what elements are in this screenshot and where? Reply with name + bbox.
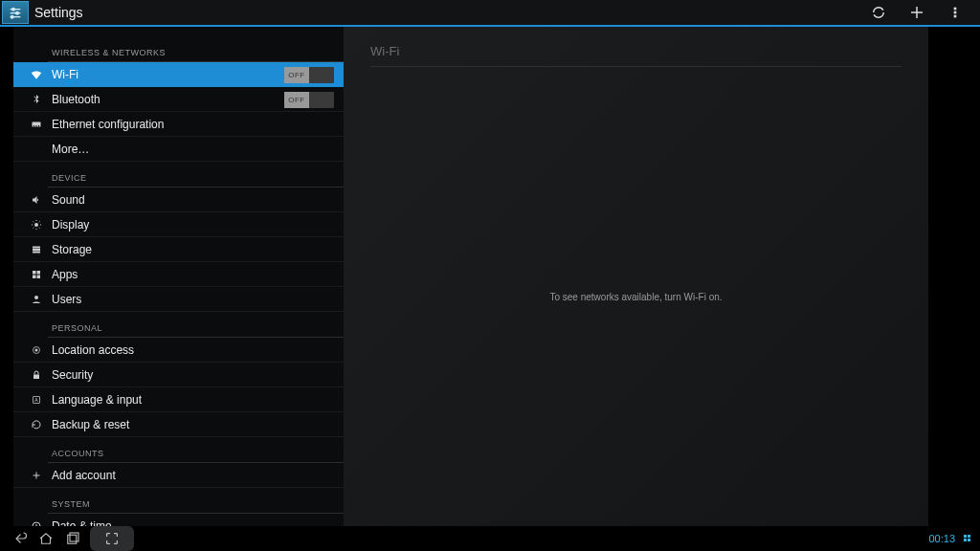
section-header-wireless: WIRELESS & NETWORKS (13, 33, 344, 61)
users-icon (29, 292, 44, 307)
backup-icon (29, 417, 44, 432)
gutter-right (928, 27, 980, 526)
clock-icon (29, 518, 44, 527)
sidebar-item-label: Apps (52, 268, 78, 281)
svg-rect-9 (954, 11, 957, 14)
svg-rect-36 (964, 539, 967, 541)
settings-app-icon (2, 1, 29, 24)
toggle-knob: OFF (284, 67, 309, 83)
svg-rect-17 (33, 249, 40, 251)
sidebar-item-backup[interactable]: Backup & reset (13, 412, 344, 437)
back-button[interactable] (6, 526, 33, 551)
sidebar-item-ethernet[interactable]: Ethernet configuration (13, 112, 344, 137)
sidebar-item-datetime[interactable]: Date & time (13, 514, 344, 526)
sidebar-item-storage[interactable]: Storage (13, 237, 344, 262)
action-bar-title: Settings (34, 5, 869, 20)
svg-text:A: A (34, 397, 38, 403)
svg-rect-37 (968, 539, 970, 541)
sidebar-item-label: Add account (52, 469, 116, 482)
storage-icon (29, 242, 44, 257)
sidebar-item-more[interactable]: More… (13, 137, 344, 162)
apps-icon (29, 267, 44, 282)
sidebar-item-apps[interactable]: Apps (13, 262, 344, 287)
sidebar-item-security[interactable]: Security (13, 363, 344, 387)
sidebar-item-location[interactable]: Location access (13, 338, 344, 363)
svg-point-23 (34, 296, 38, 299)
plus-icon (29, 468, 44, 483)
svg-rect-26 (33, 374, 39, 379)
svg-rect-34 (964, 535, 967, 538)
svg-rect-22 (37, 275, 41, 278)
sidebar-item-wifi[interactable]: Wi-Fi OFF (13, 62, 344, 87)
svg-rect-20 (37, 271, 41, 275)
system-nav-bar: 00:13 (0, 526, 980, 551)
recent-apps-button[interactable] (59, 526, 86, 551)
main-split: WIRELESS & NETWORKS Wi-Fi OFF Bluetooth … (0, 27, 980, 526)
section-header-personal: PERSONAL (13, 312, 344, 337)
detail-hint: To see networks available, turn Wi-Fi on… (549, 292, 722, 302)
svg-rect-10 (954, 15, 957, 18)
sidebar-item-sound[interactable]: Sound (13, 187, 344, 212)
sidebar-item-label: Language & input (52, 393, 142, 407)
sidebar-item-label: More… (52, 143, 89, 156)
language-icon: A (29, 392, 44, 408)
detail-title: Wi-Fi (370, 44, 902, 67)
sidebar-item-users[interactable]: Users (13, 287, 344, 312)
blank-icon (29, 142, 44, 157)
detail-pane: Wi-Fi To see networks available, turn Wi… (344, 27, 928, 526)
svg-rect-18 (33, 251, 40, 253)
ethernet-icon (29, 117, 44, 132)
svg-point-1 (12, 8, 15, 11)
svg-rect-35 (968, 535, 970, 538)
home-button[interactable] (33, 526, 59, 551)
add-icon[interactable] (907, 3, 926, 22)
sidebar-item-label: Date & time (52, 519, 112, 527)
sidebar-item-label: Location access (52, 343, 134, 357)
sidebar-item-label: Backup & reset (52, 418, 129, 431)
svg-rect-33 (70, 533, 78, 541)
svg-rect-16 (33, 246, 40, 248)
bluetooth-icon (29, 92, 44, 107)
status-clock[interactable]: 00:13 (928, 533, 955, 544)
overflow-menu-icon[interactable] (946, 3, 965, 22)
wifi-icon (29, 67, 44, 82)
svg-rect-13 (36, 125, 37, 127)
sidebar-item-label: Users (52, 293, 81, 306)
gutter-left (0, 27, 13, 526)
sidebar-item-add-account[interactable]: Add account (13, 463, 344, 488)
section-header-system: SYSTEM (13, 488, 344, 513)
sidebar-item-label: Security (52, 368, 93, 382)
toggle-knob: OFF (284, 92, 309, 108)
sidebar-item-label: Wi-Fi (52, 68, 78, 81)
sound-icon (29, 192, 44, 208)
display-icon (29, 217, 44, 232)
section-header-device: DEVICE (13, 162, 344, 187)
sidebar-item-language[interactable]: A Language & input (13, 387, 344, 412)
svg-rect-8 (954, 8, 957, 11)
lock-icon (29, 367, 44, 383)
status-network-icon[interactable] (961, 532, 974, 545)
svg-point-3 (16, 11, 19, 14)
section-header-accounts: ACCOUNTS (13, 437, 344, 462)
svg-rect-19 (33, 271, 36, 275)
sidebar-item-label: Ethernet configuration (52, 118, 164, 131)
svg-point-5 (11, 15, 13, 18)
svg-rect-14 (38, 125, 39, 127)
location-icon (29, 342, 44, 358)
screenshot-button[interactable] (90, 526, 134, 551)
refresh-icon[interactable] (869, 3, 888, 22)
svg-point-24 (35, 348, 38, 351)
sidebar-item-bluetooth[interactable]: Bluetooth OFF (13, 87, 344, 112)
svg-point-15 (34, 223, 38, 227)
sidebar-item-label: Bluetooth (52, 93, 100, 106)
bluetooth-toggle[interactable]: OFF (284, 92, 334, 108)
svg-rect-12 (33, 125, 34, 127)
wifi-toggle[interactable]: OFF (284, 67, 334, 83)
sidebar-item-label: Storage (52, 243, 92, 256)
sidebar-item-label: Sound (52, 193, 85, 207)
svg-rect-32 (68, 535, 77, 543)
action-bar: Settings (0, 0, 980, 27)
sidebar-item-label: Display (52, 218, 89, 231)
detail-body: To see networks available, turn Wi-Fi on… (370, 67, 902, 526)
sidebar-item-display[interactable]: Display (13, 212, 344, 237)
